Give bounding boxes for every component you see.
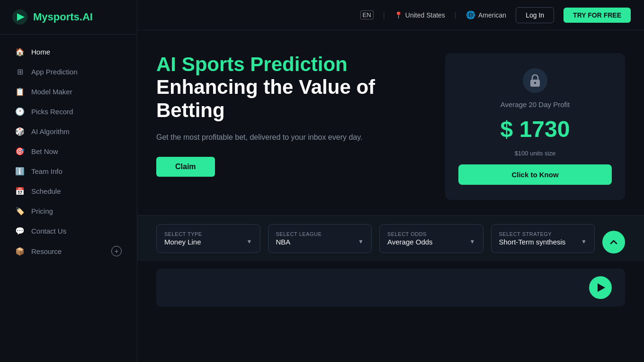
sidebar-item-label: Bet Now: [31, 147, 58, 155]
sidebar: Mysports.AI 🏠 Home ⊞ App Prediction 📋 Mo…: [0, 0, 137, 362]
clock-icon: 🕐: [15, 107, 25, 116]
divider: |: [383, 11, 385, 19]
login-button[interactable]: Log In: [516, 7, 554, 23]
currency-selector[interactable]: 🌐 American: [466, 10, 506, 19]
sidebar-item-label: Picks Record: [31, 108, 73, 116]
pin-icon: 📍: [394, 11, 402, 19]
location-label: United States: [405, 11, 445, 19]
click-to-know-button[interactable]: Click to Know: [458, 164, 612, 185]
sidebar-item-label: Home: [31, 48, 50, 56]
hero-title-line3: Betting: [156, 99, 434, 122]
location-selector[interactable]: 📍 United States: [394, 11, 445, 19]
play-button[interactable]: [589, 276, 612, 299]
profit-value: 1730: [519, 117, 570, 142]
currency-symbol: $: [501, 117, 513, 142]
topnav: EN | 📍 United States | 🌐 American Log In…: [137, 0, 644, 30]
filter-bar: Select Type Money Line ▼ Select league N…: [156, 223, 625, 253]
sidebar-item-label: Team Info: [31, 167, 63, 175]
chevron-down-icon: ▼: [581, 238, 587, 245]
chevron-down-icon: ▼: [358, 238, 364, 245]
currency-label: American: [478, 11, 506, 19]
sidebar-item-picks-record[interactable]: 🕐 Picks Record: [4, 102, 133, 121]
resource-icon: 📦: [15, 246, 25, 256]
bet-icon: 🎯: [15, 146, 25, 156]
select-strategy-value: Short-Term synthesis ▼: [499, 238, 587, 246]
profit-label: Average 20 Day Profit: [501, 100, 570, 109]
select-type-value: Money Line ▼: [164, 238, 252, 246]
tag-icon: 🏷️: [15, 206, 25, 216]
sidebar-item-label: Contact Us: [31, 227, 66, 235]
hero-title: AI Sports Prediction Enhancing the Value…: [156, 53, 434, 122]
select-odds-dropdown[interactable]: Select Odds Average Odds ▼: [379, 224, 483, 253]
calendar-icon: 📅: [15, 186, 25, 196]
claim-button[interactable]: Claim: [156, 157, 215, 177]
home-icon: 🏠: [15, 47, 25, 56]
divider2: |: [455, 11, 456, 19]
table-section: [137, 261, 644, 362]
sidebar-item-label: Model Maker: [31, 88, 72, 96]
sidebar-item-resource[interactable]: 📦 Resource +: [4, 241, 133, 261]
sidebar-item-label: Schedule: [31, 187, 61, 195]
nav-menu: 🏠 Home ⊞ App Prediction 📋 Model Maker 🕐 …: [0, 35, 137, 362]
main-content: EN | 📍 United States | 🌐 American Log In…: [137, 0, 644, 362]
sidebar-item-label: Resource: [31, 247, 62, 255]
hero-text: AI Sports Prediction Enhancing the Value…: [156, 53, 434, 200]
sidebar-item-ai-algorithm[interactable]: 🎲 AI Algorithm: [4, 122, 133, 141]
sidebar-item-label: App Prediction: [31, 68, 78, 76]
scroll-up-button[interactable]: [602, 231, 625, 253]
sidebar-item-pricing[interactable]: 🏷️ Pricing: [4, 201, 133, 220]
profit-amount: $ 1730: [501, 116, 570, 142]
select-odds-label: Select Odds: [387, 231, 475, 237]
info-icon: ℹ️: [15, 166, 25, 176]
filter-section: Select Type Money Line ▼ Select league N…: [137, 215, 644, 261]
chevron-down-icon: ▼: [247, 238, 252, 245]
sidebar-item-bet-now[interactable]: 🎯 Bet Now: [4, 142, 133, 161]
sidebar-item-home[interactable]: 🏠 Home: [4, 42, 133, 61]
sidebar-item-contact-us[interactable]: 💬 Contact Us: [4, 221, 133, 240]
select-league-dropdown[interactable]: Select league NBA ▼: [268, 224, 372, 253]
logo-icon: [11, 9, 28, 26]
globe-icon: 🌐: [466, 10, 475, 19]
resource-left: 📦 Resource: [15, 246, 62, 256]
sidebar-item-model-maker[interactable]: 📋 Model Maker: [4, 82, 133, 101]
select-strategy-dropdown[interactable]: Select Strategy Short-Term synthesis ▼: [491, 224, 595, 253]
sidebar-item-label: AI Algorithm: [31, 127, 70, 136]
sidebar-item-schedule[interactable]: 📅 Schedule: [4, 181, 133, 200]
chat-icon: 💬: [15, 226, 25, 235]
chevron-down-icon: ▼: [470, 238, 475, 245]
select-league-value: NBA ▼: [276, 238, 364, 246]
hero-subtitle: Get the most profitable bet, delivered t…: [156, 133, 434, 142]
sidebar-item-label: Pricing: [31, 207, 53, 215]
profit-card: Average 20 Day Profit $ 1730 $100 units …: [445, 53, 625, 200]
try-free-button[interactable]: TRY FOR FREE: [564, 8, 631, 23]
expand-icon[interactable]: +: [111, 246, 122, 256]
table-card: [156, 269, 625, 307]
select-league-label: Select league: [276, 231, 364, 237]
select-type-dropdown[interactable]: Select Type Money Line ▼: [156, 224, 260, 253]
play-icon: [598, 283, 605, 292]
language-label-icon: EN: [360, 10, 374, 19]
select-type-label: Select Type: [164, 231, 252, 237]
sidebar-item-app-prediction[interactable]: ⊞ App Prediction: [4, 62, 133, 81]
select-strategy-label: Select Strategy: [499, 231, 587, 237]
hero-title-colored: AI Sports Prediction: [156, 53, 348, 75]
profit-unit: $100 units size: [515, 150, 556, 157]
hero-title-line2: Enhancing the Value of: [156, 76, 434, 99]
algorithm-icon: 🎲: [15, 127, 25, 136]
hero-section: AI Sports Prediction Enhancing the Value…: [137, 30, 644, 215]
lock-icon: [523, 68, 547, 93]
sidebar-item-team-info[interactable]: ℹ️ Team Info: [4, 162, 133, 181]
logo-area: Mysports.AI: [0, 0, 137, 35]
svg-point-3: [534, 82, 536, 84]
logo-text: Mysports.AI: [33, 11, 93, 23]
model-icon: 📋: [15, 87, 25, 96]
select-odds-value: Average Odds ▼: [387, 238, 475, 246]
language-selector[interactable]: EN: [360, 10, 374, 19]
grid-icon: ⊞: [15, 67, 25, 76]
